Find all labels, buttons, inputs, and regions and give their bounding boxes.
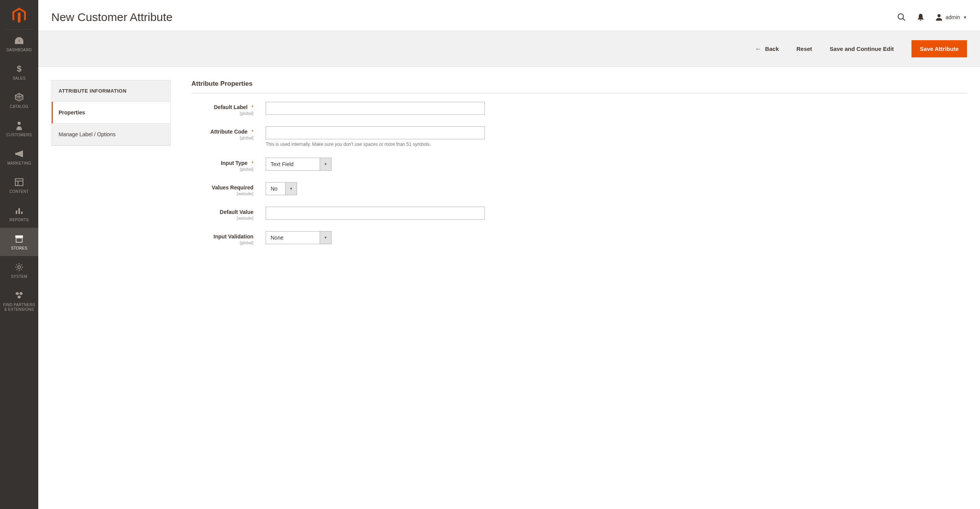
- field-scope: [global]: [191, 135, 253, 140]
- svg-point-0: [18, 122, 21, 125]
- action-bar: ← Back Reset Save and Continue Edit Save…: [38, 31, 980, 67]
- caret-down-icon: ▼: [320, 158, 331, 170]
- field-label: Default Label: [214, 104, 248, 110]
- sidebar-item-label: SALES: [13, 76, 26, 81]
- field-scope: [global]: [191, 240, 253, 245]
- field-input-type: Input Type * [global] Text Field ▼: [191, 158, 967, 171]
- sidebar-item-label: SYSTEM: [11, 274, 28, 279]
- blocks-icon: [14, 290, 24, 300]
- sidebar-item-label: STORES: [11, 246, 28, 251]
- sidebar-item-marketing[interactable]: MARKETING: [0, 143, 38, 171]
- layout-icon: [14, 177, 24, 187]
- content-area: ATTRIBUTE INFORMATION Properties Manage …: [38, 67, 980, 269]
- field-scope: [global]: [191, 111, 253, 116]
- field-label: Input Type: [221, 160, 248, 166]
- magento-logo[interactable]: [5, 0, 33, 29]
- input-type-select[interactable]: Text Field ▼: [266, 158, 332, 171]
- svg-rect-6: [21, 212, 23, 214]
- sidebar-item-label: CATALOG: [10, 104, 28, 109]
- notifications-button[interactable]: [917, 13, 924, 21]
- field-values-required: Values Required [website] No ▼: [191, 182, 967, 196]
- svg-rect-5: [18, 208, 20, 214]
- field-scope: [global]: [191, 167, 253, 171]
- required-mark: *: [252, 104, 253, 110]
- field-default-value: Default Value [website]: [191, 207, 967, 220]
- save-attribute-button[interactable]: Save Attribute: [911, 40, 967, 57]
- default-label-input[interactable]: [266, 102, 485, 115]
- sidebar-item-label: FIND PARTNERS & EXTENSIONS: [2, 303, 37, 312]
- page-title: New Customer Attribute: [51, 11, 173, 24]
- attribute-code-input[interactable]: [266, 126, 485, 139]
- header-actions: admin ▼: [897, 13, 967, 21]
- svg-line-10: [903, 18, 905, 21]
- select-value: Text Field: [266, 158, 320, 170]
- reset-button-label: Reset: [796, 46, 812, 52]
- save-continue-button[interactable]: Save and Continue Edit: [830, 46, 894, 52]
- sidebar-item-customers[interactable]: CUSTOMERS: [0, 114, 38, 143]
- account-menu[interactable]: admin ▼: [936, 14, 967, 21]
- person-icon: [14, 121, 24, 131]
- tab-manage-label-options[interactable]: Manage Label / Options: [52, 124, 170, 145]
- values-required-select[interactable]: No ▼: [266, 182, 297, 195]
- sidebar-item-partners[interactable]: FIND PARTNERS & EXTENSIONS: [0, 284, 38, 317]
- field-scope: [website]: [191, 191, 253, 196]
- sidebar-item-stores[interactable]: STORES: [0, 228, 38, 256]
- main-content: New Customer Attribute admin ▼ ← Back: [38, 0, 980, 509]
- required-mark: *: [252, 129, 253, 135]
- tabs-panel-title: ATTRIBUTE INFORMATION: [52, 80, 170, 102]
- input-validation-select[interactable]: None ▼: [266, 231, 332, 244]
- field-label: Values Required: [212, 184, 253, 191]
- select-value: None: [266, 232, 320, 244]
- search-icon: [897, 13, 906, 21]
- required-mark: *: [252, 160, 253, 166]
- gauge-icon: [14, 36, 24, 46]
- sidebar-item-label: REPORTS: [10, 218, 29, 222]
- select-value: No: [266, 183, 285, 195]
- sidebar-item-content[interactable]: CONTENT: [0, 171, 38, 199]
- tab-label: Manage Label / Options: [59, 131, 116, 137]
- sidebar-item-sales[interactable]: $ SALES: [0, 58, 38, 86]
- page-header: New Customer Attribute admin ▼: [38, 0, 980, 31]
- bell-icon: [917, 13, 924, 21]
- svg-rect-7: [16, 238, 22, 242]
- sidebar-item-label: DASHBOARD: [7, 48, 32, 52]
- attribute-info-tabs: ATTRIBUTE INFORMATION Properties Manage …: [51, 80, 171, 146]
- tab-label: Properties: [59, 109, 85, 116]
- field-default-label: Default Label * [global]: [191, 102, 967, 116]
- back-button-label: Back: [765, 46, 779, 52]
- sidebar-item-catalog[interactable]: CATALOG: [0, 86, 38, 114]
- caret-down-icon: ▼: [320, 232, 331, 244]
- field-label: Input Validation: [214, 233, 253, 240]
- bar-chart-icon: [14, 206, 24, 215]
- gear-icon: [14, 262, 24, 272]
- reset-button[interactable]: Reset: [796, 46, 812, 52]
- svg-point-9: [898, 14, 903, 19]
- account-username: admin: [946, 14, 960, 20]
- sidebar-item-label: MARKETING: [7, 161, 31, 166]
- back-button[interactable]: ← Back: [755, 46, 779, 52]
- sidebar-item-reports[interactable]: REPORTS: [0, 199, 38, 228]
- caret-down-icon: ▼: [285, 183, 297, 195]
- svg-rect-1: [15, 179, 23, 186]
- field-attribute-code: Attribute Code * [global] This is used i…: [191, 126, 967, 147]
- caret-down-icon: ▼: [963, 15, 967, 20]
- field-label: Default Value: [220, 209, 253, 215]
- sidebar-item-system[interactable]: SYSTEM: [0, 256, 38, 284]
- user-icon: [936, 14, 942, 21]
- box-icon: [14, 92, 24, 102]
- svg-point-11: [938, 14, 941, 17]
- section-heading: Attribute Properties: [191, 80, 967, 93]
- search-button[interactable]: [897, 13, 906, 21]
- default-value-input[interactable]: [266, 207, 485, 220]
- sidebar-item-dashboard[interactable]: DASHBOARD: [0, 29, 38, 58]
- arrow-left-icon: ←: [755, 46, 761, 52]
- save-continue-label: Save and Continue Edit: [830, 46, 894, 52]
- svg-point-8: [18, 266, 21, 269]
- admin-sidebar: DASHBOARD $ SALES CATALOG CUSTOMERS MARK…: [0, 0, 38, 509]
- svg-rect-4: [16, 210, 17, 214]
- field-note: This is used internally. Make sure you d…: [266, 142, 967, 147]
- field-input-validation: Input Validation [global] None ▼: [191, 231, 967, 245]
- tab-properties[interactable]: Properties: [52, 102, 170, 124]
- form-section: Attribute Properties Default Label * [gl…: [191, 80, 967, 256]
- sidebar-item-label: CONTENT: [10, 189, 29, 194]
